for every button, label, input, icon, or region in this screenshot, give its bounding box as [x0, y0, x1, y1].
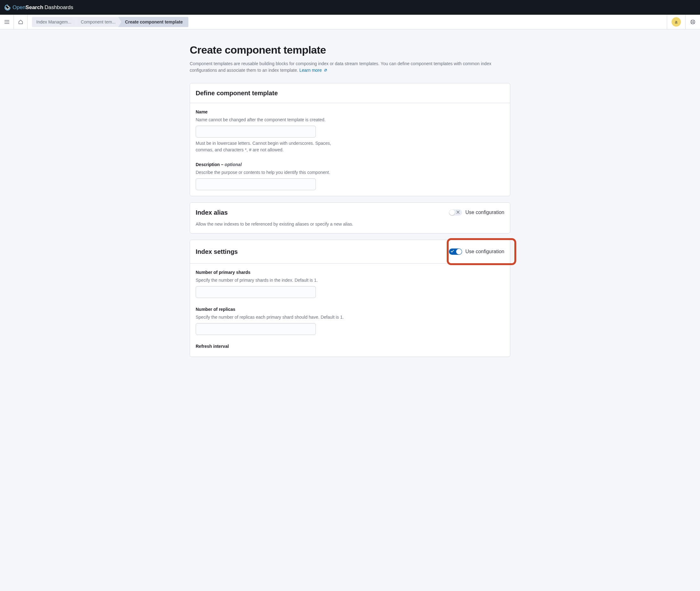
panel-alias-header: Index alias Use configuration [190, 203, 510, 222]
page-content: Create component template Component temp… [190, 29, 510, 383]
description-label: Description – optional [196, 161, 352, 168]
settings-toggle-label: Use configuration [465, 248, 504, 255]
breadcrumb-create-component-template[interactable]: Create component template [118, 17, 188, 27]
panel-index-alias: Index alias Use configuration Allow the … [190, 202, 510, 234]
learn-more-link[interactable]: Learn more [299, 68, 327, 73]
nav-divider [667, 15, 667, 29]
page-description: Component templates are reusable buildin… [190, 61, 510, 74]
name-row: Name Name cannot be changed after the co… [196, 109, 352, 153]
learn-more-text: Learn more [299, 68, 322, 73]
nav-right: a [663, 15, 700, 29]
hamburger-icon [4, 19, 9, 24]
page-description-text: Component templates are reusable buildin… [190, 61, 491, 73]
brand-dashboards: Dashboards [45, 4, 73, 10]
description-help: Describe the purpose or contents to help… [196, 169, 352, 176]
panel-settings-body: Number of primary shards Specify the num… [190, 264, 510, 356]
shards-label: Number of primary shards [196, 269, 352, 276]
alias-toggle[interactable] [449, 209, 462, 215]
refresh-row: Refresh interval [196, 343, 352, 350]
external-link-icon [324, 69, 327, 72]
panel-index-settings: Index settings Use configuration Number … [190, 240, 510, 357]
nav-bar: Index Managem... Component tem... Create… [0, 15, 700, 29]
replicas-label: Number of replicas [196, 306, 352, 313]
replicas-help: Specify the number of replicas each prim… [196, 314, 352, 321]
panel-settings-header: Index settings Use configuration [190, 240, 510, 264]
name-input[interactable] [196, 126, 316, 138]
description-row: Description – optional Describe the purp… [196, 161, 352, 190]
panel-define-template: Define component template Name Name cann… [190, 83, 510, 196]
panel-settings-title: Index settings [196, 247, 238, 256]
avatar[interactable]: a [672, 17, 681, 27]
toggle-thumb [449, 210, 455, 215]
brand-search: Search [26, 4, 44, 10]
panel-define-header: Define component template [190, 83, 510, 103]
page-title: Create component template [190, 42, 510, 58]
nav-divider [685, 15, 686, 29]
brand-open: Open [12, 4, 26, 10]
shards-row: Number of primary shards Specify the num… [196, 269, 352, 298]
alias-toggle-label: Use configuration [465, 209, 504, 216]
breadcrumb: Index Managem... Component tem... Create… [27, 17, 663, 27]
shards-input[interactable] [196, 286, 316, 298]
panel-define-title: Define component template [196, 88, 278, 98]
breadcrumb-index-management[interactable]: Index Managem... [32, 17, 77, 27]
home-button[interactable] [14, 15, 27, 29]
panel-define-body: Name Name cannot be changed after the co… [190, 103, 510, 196]
name-hint: Must be in lowercase letters. Cannot beg… [196, 140, 346, 153]
panel-alias-title: Index alias [196, 208, 228, 217]
toggle-thumb [456, 249, 462, 254]
refresh-label: Refresh interval [196, 343, 352, 350]
svg-point-1 [692, 21, 694, 23]
description-optional: optional [225, 162, 242, 167]
brand-logo[interactable]: OpenSearchDashboards [4, 3, 73, 12]
name-label: Name [196, 109, 352, 115]
help-button[interactable] [690, 19, 696, 25]
x-icon [456, 211, 460, 214]
lifebuoy-icon [690, 19, 696, 25]
description-input[interactable] [196, 178, 316, 190]
settings-toggle-wrap: Use configuration [449, 248, 504, 255]
replicas-input[interactable] [196, 323, 316, 335]
breadcrumb-component-templates[interactable]: Component tem... [74, 17, 121, 27]
brand-header: OpenSearchDashboards [0, 0, 700, 15]
check-icon [451, 250, 454, 254]
settings-toggle[interactable] [449, 249, 462, 255]
menu-button[interactable] [0, 15, 14, 29]
alias-toggle-wrap: Use configuration [449, 209, 504, 216]
replicas-row: Number of replicas Specify the number of… [196, 306, 352, 335]
shards-help: Specify the number of primary shards in … [196, 277, 352, 283]
name-help: Name cannot be changed after the compone… [196, 117, 352, 123]
home-icon [18, 19, 23, 24]
opensearch-logo-icon [4, 4, 11, 11]
panel-alias-sub: Allow the new indexes to be referenced b… [190, 221, 510, 233]
description-label-text: Description – [196, 162, 225, 167]
